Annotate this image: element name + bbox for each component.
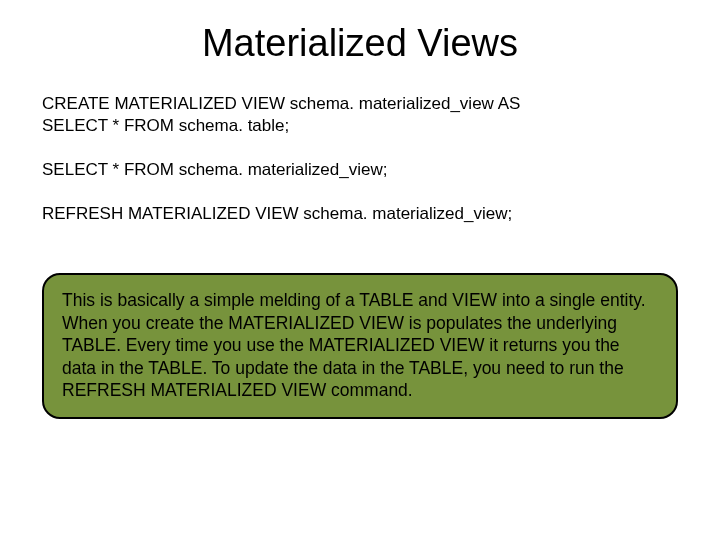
code-block-refresh: REFRESH MATERIALIZED VIEW schema. materi… (42, 203, 678, 225)
code-line: SELECT * FROM schema. table; (42, 115, 678, 137)
callout-text: This is basically a simple melding of a … (62, 290, 646, 400)
code-line: REFRESH MATERIALIZED VIEW schema. materi… (42, 203, 678, 225)
code-block-create: CREATE MATERIALIZED VIEW schema. materia… (42, 93, 678, 137)
code-line: SELECT * FROM schema. materialized_view; (42, 159, 678, 181)
code-block-select: SELECT * FROM schema. materialized_view; (42, 159, 678, 181)
code-line: CREATE MATERIALIZED VIEW schema. materia… (42, 93, 678, 115)
explanation-callout: This is basically a simple melding of a … (42, 273, 678, 419)
slide-title: Materialized Views (0, 22, 720, 65)
